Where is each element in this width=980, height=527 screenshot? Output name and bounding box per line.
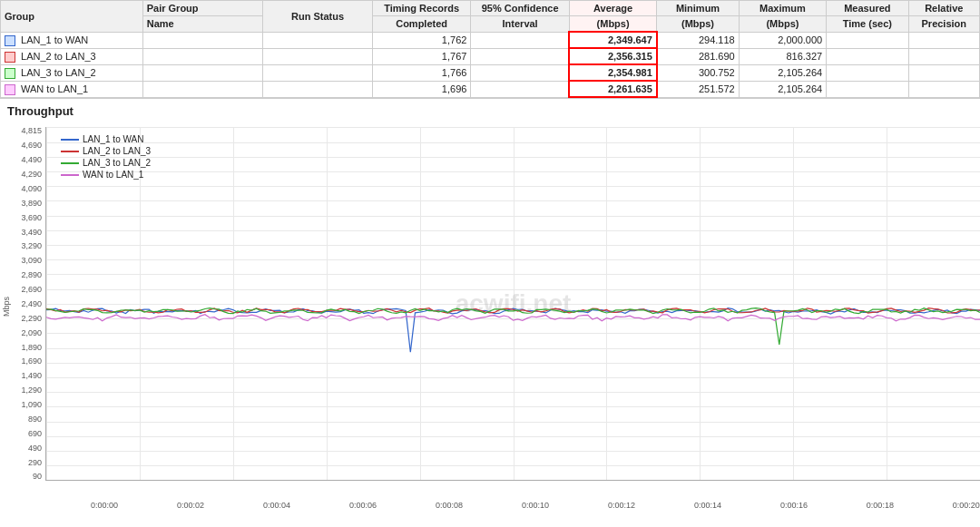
row-pair-2 bbox=[142, 64, 263, 81]
y-axis-label: 3,490 bbox=[21, 229, 42, 237]
row-min-0: 294.118 bbox=[657, 32, 739, 48]
row-icon-1 bbox=[5, 52, 15, 63]
x-axis-label: 0:00:04 bbox=[263, 501, 290, 510]
y-axis-label: 2,890 bbox=[21, 271, 42, 279]
row-records-2: 1,766 bbox=[372, 64, 471, 81]
row-meas-0 bbox=[827, 32, 908, 48]
row-conf-0 bbox=[471, 32, 570, 48]
y-axis-label: 3,690 bbox=[21, 214, 42, 222]
col-header-pair-bot: Name bbox=[142, 16, 263, 33]
row-conf-1 bbox=[471, 48, 570, 64]
row-group-1: LAN_2 to LAN_3 bbox=[1, 48, 143, 64]
chart-svg bbox=[46, 127, 980, 480]
y-axis-label: 4,490 bbox=[21, 156, 42, 164]
throughput-section: Throughput Mbps 4,8154,6904,4904,2904,09… bbox=[0, 99, 980, 510]
y-axis-label: 4,690 bbox=[21, 142, 42, 150]
y-axis-label: 290 bbox=[28, 459, 42, 467]
y-axis-label: 1,290 bbox=[21, 386, 42, 395]
row-group-3: WAN to LAN_1 bbox=[1, 81, 143, 97]
chart-area: acwifi.net LAN_1 to WAN LAN_2 to LAN_3 L… bbox=[45, 127, 980, 481]
col-header-min-bot: (Mbps) bbox=[657, 16, 739, 33]
table-row: WAN to LAN_1 1,696 2,261.635 251.572 2,1… bbox=[1, 81, 980, 97]
row-records-3: 1,696 bbox=[372, 81, 471, 97]
y-axis-label: 2,490 bbox=[21, 300, 42, 308]
row-avg-3: 2,261.635 bbox=[569, 81, 656, 97]
y-axis-label: 2,290 bbox=[21, 315, 42, 323]
y-axis-label: 3,090 bbox=[21, 257, 42, 265]
col-header-records-bot: Completed bbox=[372, 16, 471, 33]
y-axis-label: 890 bbox=[28, 415, 42, 424]
row-avg-2: 2,354.981 bbox=[569, 64, 656, 81]
row-name-0: LAN_1 to WAN bbox=[21, 34, 88, 45]
row-min-2: 300.752 bbox=[657, 64, 739, 81]
x-axis-label: 0:00:18 bbox=[867, 501, 894, 510]
col-header-rel-bot: Precision bbox=[908, 16, 979, 33]
y-axis-label: 1,690 bbox=[21, 357, 42, 366]
row-group-0: LAN_1 to WAN bbox=[1, 32, 143, 48]
row-pair-1 bbox=[142, 48, 263, 64]
y-axis-label: 690 bbox=[28, 430, 42, 438]
x-axis-label: 0:00:06 bbox=[349, 501, 377, 510]
row-rel-1 bbox=[908, 48, 979, 64]
row-rel-0 bbox=[908, 32, 979, 48]
row-rel-2 bbox=[908, 64, 979, 81]
row-rel-3 bbox=[908, 81, 979, 97]
y-axis: Mbps 4,8154,6904,4904,2904,0903,8903,690… bbox=[0, 120, 45, 510]
col-header-meas-bot: Time (sec) bbox=[827, 16, 908, 33]
row-run-0 bbox=[263, 32, 373, 48]
x-axis-label: 0:00:14 bbox=[694, 501, 721, 510]
y-axis-label: 490 bbox=[28, 444, 42, 453]
grid-line-horizontal bbox=[46, 480, 980, 481]
row-meas-1 bbox=[827, 48, 908, 64]
chart-line-0 bbox=[46, 308, 980, 352]
x-axis-label: 0:00:00 bbox=[91, 501, 118, 510]
chart-title: Throughput bbox=[0, 102, 980, 120]
x-axis: 0:00:000:00:020:00:040:00:060:00:080:00:… bbox=[45, 499, 980, 510]
y-axis-label: 3,290 bbox=[21, 242, 42, 250]
data-table-section: Group Pair Group Run Status Timing Recor… bbox=[0, 0, 980, 99]
y-axis-label: 4,815 bbox=[21, 127, 42, 135]
col-header-max-top: Maximum bbox=[739, 1, 826, 16]
row-icon-3 bbox=[5, 84, 15, 95]
x-axis-label: 0:00:12 bbox=[608, 501, 635, 510]
col-header-max-bot: (Mbps) bbox=[739, 16, 826, 33]
row-records-1: 1,767 bbox=[372, 48, 471, 64]
col-header-avg-bot: (Mbps) bbox=[569, 16, 656, 33]
x-axis-label: 0:00:16 bbox=[780, 501, 808, 510]
row-min-3: 251.572 bbox=[657, 81, 739, 97]
row-run-1 bbox=[263, 48, 373, 64]
row-min-1: 281.690 bbox=[657, 48, 739, 64]
col-header-group: Group bbox=[1, 1, 143, 33]
results-table: Group Pair Group Run Status Timing Recor… bbox=[0, 0, 980, 98]
col-header-conf-top: 95% Confidence bbox=[471, 1, 570, 16]
row-conf-3 bbox=[471, 81, 570, 97]
row-max-1: 816.327 bbox=[739, 48, 826, 64]
x-axis-label: 0:00:02 bbox=[177, 501, 204, 510]
table-row: LAN_1 to WAN 1,762 2,349.647 294.118 2,0… bbox=[1, 32, 980, 48]
y-axis-label: 2,090 bbox=[21, 329, 42, 337]
row-icon-2 bbox=[5, 68, 15, 79]
col-header-records-top: Timing Records bbox=[372, 1, 471, 16]
y-axis-label: 1,090 bbox=[21, 401, 42, 409]
chart-line-3 bbox=[46, 315, 980, 321]
x-axis-label: 0:00:10 bbox=[522, 501, 549, 510]
row-group-2: LAN_3 to LAN_2 bbox=[1, 64, 143, 81]
col-header-avg-top: Average bbox=[569, 1, 656, 16]
table-row: LAN_2 to LAN_3 1,767 2,356.315 281.690 8… bbox=[1, 48, 980, 64]
col-header-min-top: Minimum bbox=[657, 1, 739, 16]
row-max-2: 2,105.264 bbox=[739, 64, 826, 81]
col-header-conf-bot: Interval bbox=[471, 16, 570, 33]
row-meas-2 bbox=[827, 64, 908, 81]
y-axis-label: 2,690 bbox=[21, 286, 42, 294]
table-row: LAN_3 to LAN_2 1,766 2,354.981 300.752 2… bbox=[1, 64, 980, 81]
row-name-1: LAN_2 to LAN_3 bbox=[21, 51, 96, 62]
row-avg-0: 2,349.647 bbox=[569, 32, 656, 48]
y-axis-label: 4,090 bbox=[21, 185, 42, 193]
col-header-rel-top: Relative bbox=[908, 1, 979, 16]
x-axis-label: 0:00:20 bbox=[953, 501, 980, 510]
row-run-2 bbox=[263, 64, 373, 81]
row-conf-2 bbox=[471, 64, 570, 81]
col-header-meas-top: Measured bbox=[827, 1, 908, 16]
y-axis-label: 3,890 bbox=[21, 200, 42, 208]
row-meas-3 bbox=[827, 81, 908, 97]
